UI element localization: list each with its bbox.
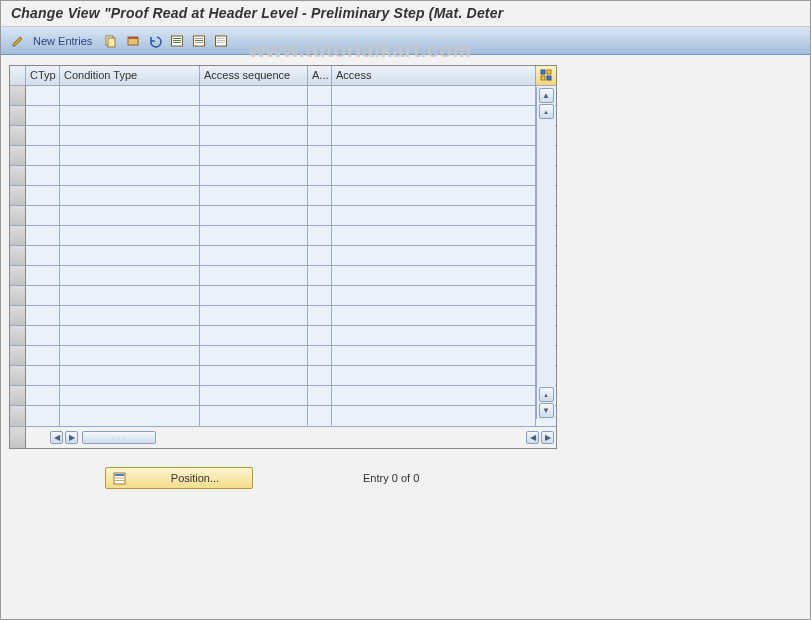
row-selector[interactable] [10,266,26,285]
cell-ctyp[interactable] [26,286,60,305]
cell-ctyp[interactable] [26,406,60,426]
row-selector[interactable] [10,166,26,185]
row-selector[interactable] [10,186,26,205]
scroll-up-icon[interactable]: ▲ [539,88,554,103]
cell-access-sequence[interactable] [200,206,308,225]
cell-condition-type[interactable] [60,106,200,125]
cell-a[interactable] [308,266,332,285]
cell-a[interactable] [308,326,332,345]
row-selector[interactable] [10,286,26,305]
cell-condition-type[interactable] [60,186,200,205]
cell-ctyp[interactable] [26,146,60,165]
row-selector-header[interactable] [10,66,26,85]
cell-a[interactable] [308,206,332,225]
delete-icon[interactable] [124,32,142,50]
row-selector[interactable] [10,126,26,145]
undo-icon[interactable] [146,32,164,50]
row-selector[interactable] [10,86,26,105]
cell-condition-type[interactable] [60,286,200,305]
cell-ctyp[interactable] [26,346,60,365]
cell-condition-type[interactable] [60,226,200,245]
cell-a[interactable] [308,226,332,245]
cell-a[interactable] [308,126,332,145]
cell-access[interactable] [332,366,535,385]
cell-ctyp[interactable] [26,166,60,185]
cell-access[interactable] [332,246,535,265]
cell-a[interactable] [308,386,332,405]
new-entries-button[interactable]: New Entries [31,35,98,47]
cell-access[interactable] [332,106,535,125]
cell-access[interactable] [332,126,535,145]
change-icon[interactable] [9,32,27,50]
row-selector[interactable] [10,246,26,265]
cell-access[interactable] [332,146,535,165]
cell-access[interactable] [332,386,535,405]
cell-access-sequence[interactable] [200,226,308,245]
cell-ctyp[interactable] [26,386,60,405]
cell-condition-type[interactable] [60,346,200,365]
scroll-thumb-left[interactable]: : : : [82,431,156,444]
row-selector[interactable] [10,306,26,325]
cell-condition-type[interactable] [60,266,200,285]
cell-condition-type[interactable] [60,146,200,165]
cell-access-sequence[interactable] [200,106,308,125]
cell-a[interactable] [308,186,332,205]
cell-access-sequence[interactable] [200,186,308,205]
cell-ctyp[interactable] [26,266,60,285]
cell-a[interactable] [308,306,332,325]
cell-condition-type[interactable] [60,246,200,265]
cell-access[interactable] [332,406,535,426]
cell-a[interactable] [308,166,332,185]
row-selector[interactable] [10,326,26,345]
cell-access-sequence[interactable] [200,386,308,405]
cell-ctyp[interactable] [26,126,60,145]
cell-ctyp[interactable] [26,226,60,245]
cell-access-sequence[interactable] [200,266,308,285]
vertical-scrollbar[interactable]: ▲ ▲ ▲ ▼ [536,87,555,419]
cell-condition-type[interactable] [60,326,200,345]
cell-ctyp[interactable] [26,106,60,125]
cell-a[interactable] [308,246,332,265]
cell-access-sequence[interactable] [200,306,308,325]
scroll-right2-icon[interactable]: ▶ [541,431,554,444]
cell-access-sequence[interactable] [200,366,308,385]
row-selector[interactable] [10,226,26,245]
cell-access[interactable] [332,286,535,305]
row-selector[interactable] [10,146,26,165]
cell-access[interactable] [332,346,535,365]
cell-ctyp[interactable] [26,246,60,265]
cell-access[interactable] [332,226,535,245]
table-settings-icon[interactable] [535,66,556,85]
cell-access-sequence[interactable] [200,146,308,165]
cell-access[interactable] [332,186,535,205]
cell-access-sequence[interactable] [200,346,308,365]
row-selector[interactable] [10,386,26,405]
cell-a[interactable] [308,406,332,426]
cell-a[interactable] [308,346,332,365]
scroll-down-step-icon[interactable]: ▲ [539,387,554,402]
cell-access-sequence[interactable] [200,246,308,265]
select-all-icon[interactable] [168,32,186,50]
cell-condition-type[interactable] [60,126,200,145]
cell-a[interactable] [308,366,332,385]
row-selector[interactable] [10,366,26,385]
cell-access-sequence[interactable] [200,406,308,426]
cell-access-sequence[interactable] [200,326,308,345]
cell-a[interactable] [308,286,332,305]
cell-condition-type[interactable] [60,386,200,405]
column-header-a[interactable]: A... [308,66,332,85]
cell-a[interactable] [308,106,332,125]
cell-access[interactable] [332,326,535,345]
deselect-all-icon[interactable] [212,32,230,50]
cell-ctyp[interactable] [26,366,60,385]
position-button[interactable]: Position... [105,467,253,489]
copy-as-icon[interactable] [102,32,120,50]
row-selector[interactable] [10,206,26,225]
row-selector[interactable] [10,106,26,125]
cell-ctyp[interactable] [26,86,60,105]
cell-ctyp[interactable] [26,306,60,325]
cell-access-sequence[interactable] [200,286,308,305]
cell-access[interactable] [332,86,535,105]
cell-a[interactable] [308,146,332,165]
row-selector[interactable] [10,406,26,426]
